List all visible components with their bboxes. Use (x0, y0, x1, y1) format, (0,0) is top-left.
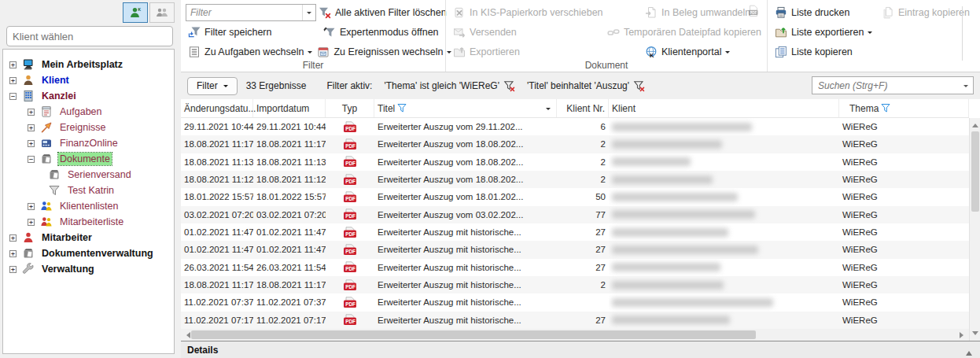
copy-entry-button[interactable]: Eintrag kopieren (879, 5, 972, 20)
pdf-tool-button[interactable]: PDF (746, 5, 761, 19)
copy-temp-path-button[interactable]: Temporären Dateipfad kopieren (605, 24, 764, 40)
cell-klient (609, 312, 839, 329)
tree-item-mein-arbeitsplatz[interactable]: +Mein Arbeitsplatz (3, 57, 174, 72)
print-list-button[interactable]: Liste drucken (772, 5, 852, 20)
expand-icon[interactable]: + (9, 61, 17, 68)
switch-to-tasks-button[interactable]: Zu Aufgaben wechseln (186, 44, 315, 60)
expand-icon[interactable]: + (28, 219, 35, 226)
filter-combobox[interactable]: Filter (186, 4, 316, 21)
column-header-thema[interactable]: Thema (839, 99, 969, 117)
expand-icon[interactable]: + (28, 109, 35, 116)
cell-thema: WiEReG (839, 293, 969, 311)
cell-klient (609, 188, 839, 205)
tree-item-mitarbeiter[interactable]: +Mitarbeiter (3, 230, 174, 245)
search-box[interactable] (812, 76, 974, 94)
cell-titel: Erweiterter Auszug mit historische... (374, 259, 557, 276)
details-panel-header[interactable]: Details (181, 341, 980, 358)
printer-icon (775, 6, 787, 19)
vertical-scroll-thumb[interactable] (971, 131, 979, 212)
table-row[interactable]: 01.02.2021 11:4701.02.2021 11:47PDFErwei… (181, 223, 969, 241)
expand-up-icon[interactable] (966, 348, 972, 356)
expand-icon[interactable]: + (9, 266, 17, 273)
expand-icon[interactable]: + (28, 124, 35, 131)
table-row[interactable]: 11.02.2021 07:3711.02.2021 07:37PDFErwei… (181, 293, 969, 311)
expert-mode-icon (323, 26, 336, 39)
expand-icon[interactable]: + (9, 234, 17, 242)
tree-item-label: Dokumente (58, 153, 112, 165)
collapse-icon[interactable]: − (28, 156, 35, 163)
scroll-left-icon[interactable] (183, 332, 190, 338)
chevron-down-icon[interactable] (546, 108, 551, 113)
column-header-klient-nr[interactable]: Klient Nr. (557, 99, 609, 117)
convert-to-receipt-button[interactable]: In Beleg umwandeln (643, 5, 753, 20)
table-row[interactable]: 29.11.2021 10:4429.11.2021 10:44PDFErwei… (181, 118, 969, 135)
scroll-down-icon[interactable] (972, 331, 978, 338)
scroll-right-icon[interactable] (960, 332, 967, 338)
filter-combobox-dropdown[interactable] (302, 5, 315, 20)
export-list-button[interactable]: Liste exportieren (772, 24, 875, 40)
single-client-mode-button[interactable]: K (123, 2, 148, 23)
vertical-scrollbar[interactable] (969, 118, 980, 341)
expand-icon[interactable]: + (9, 250, 17, 257)
table-row[interactable]: 18.08.2021 11:1718.08.2021 11:17PDFErwei… (181, 276, 969, 293)
cell-thema: WiEReG (839, 153, 969, 171)
column-header-aenderungsdatum[interactable]: Änderungsdatu... (181, 99, 253, 117)
tree-item-ereignisse[interactable]: +Ereignisse (3, 120, 174, 135)
table-row[interactable]: 03.02.2021 07:2003.02.2021 07:20PDFErwei… (181, 206, 969, 223)
table-row[interactable]: 18.08.2021 11:1218.08.2021 11:12PDFErwei… (181, 171, 969, 188)
collapse-icon[interactable]: − (9, 93, 17, 100)
column-label: Klient Nr. (566, 103, 605, 114)
table-row[interactable]: 18.08.2021 11:1718.08.2021 11:17PDFErwei… (181, 135, 969, 153)
expand-icon[interactable]: + (28, 203, 35, 210)
cell-klient-nr: 2 (557, 135, 609, 153)
column-label: Thema (849, 103, 879, 114)
tree-item-aufgaben[interactable]: +Aufgaben (3, 104, 174, 120)
expert-mode-button[interactable]: Expertenmodus öffnen (321, 24, 441, 40)
table-row[interactable]: 01.02.2021 11:4701.02.2021 11:47PDFErwei… (181, 241, 969, 258)
tree-item-klientenlisten[interactable]: +Klientenlisten (3, 198, 174, 214)
tree-item-finanzonline[interactable]: +FinanzOnline (3, 135, 174, 151)
copy-list-button[interactable]: Liste kopieren (772, 44, 855, 60)
tree-item-klient[interactable]: +Klient (3, 72, 174, 88)
switch-to-events-button[interactable]: Zu Ereignissen wechseln (315, 44, 454, 60)
expand-icon[interactable]: + (9, 77, 17, 84)
tree-item-mitarbeiterliste[interactable]: +Mitarbeiterliste (3, 214, 174, 230)
expand-icon[interactable]: + (28, 140, 35, 147)
table-row[interactable]: 18.08.2021 11:1318.08.2021 11:13PDFErwei… (181, 153, 969, 171)
horizontal-scrollbar[interactable] (181, 329, 969, 341)
column-header-klient[interactable]: Klient (609, 99, 839, 117)
column-header-importdatum[interactable]: Importdatum (253, 99, 326, 117)
tree-item-kanzlei[interactable]: −Kanzlei (3, 88, 174, 104)
horizontal-scroll-thumb[interactable] (191, 330, 756, 339)
client-group-mode-button[interactable] (149, 2, 175, 23)
tree-item-test-katrin[interactable]: Test Katrin (3, 183, 174, 198)
remove-filter-icon[interactable] (503, 80, 515, 92)
table-row[interactable]: 26.03.2021 11:5426.03.2021 11:54PDFErwei… (181, 259, 969, 276)
filter-menu-button[interactable]: Filter (187, 77, 238, 95)
search-input[interactable] (812, 80, 963, 91)
column-label: Klient (612, 103, 636, 114)
pdf-icon: PDF (343, 156, 357, 168)
send-button[interactable]: Versenden (451, 24, 519, 40)
cell-thema: WiEReG (839, 135, 969, 153)
tree-item-verwaltung[interactable]: +Verwaltung (3, 261, 174, 277)
table-row[interactable]: 11.02.2021 07:1711.02.2021 07:17PDFErwei… (181, 312, 969, 329)
svg-text:PDF: PDF (345, 249, 356, 254)
client-select-input[interactable] (6, 26, 173, 46)
column-header-titel[interactable]: Titel (374, 99, 557, 117)
column-header-typ[interactable]: Typ (326, 99, 374, 117)
save-filter-button[interactable]: Filter speichern (186, 24, 274, 40)
scroll-up-icon[interactable] (972, 120, 978, 127)
tree-item-dokumente[interactable]: −Dokumente (3, 151, 174, 167)
cell-typ: PDF (326, 118, 374, 135)
clear-all-filters-button[interactable]: Alle aktiven Filter löschen (316, 5, 449, 20)
tree-item-serienversand[interactable]: Serienversand (3, 167, 174, 183)
tree-item-dokumentenverwaltung[interactable]: +Dokumentenverwaltung (3, 245, 174, 261)
export-button[interactable]: Exportieren (451, 44, 522, 60)
copy-temp-path-label: Temporären Dateipfad kopieren (624, 27, 761, 38)
move-to-kis-trash-button[interactable]: In KIS-Papierkorb verschieben (451, 5, 606, 20)
pdf-icon: PDF (343, 209, 357, 220)
remove-filter-icon[interactable] (633, 80, 645, 92)
table-row[interactable]: 18.01.2022 15:5718.01.2022 15:57PDFErwei… (181, 188, 969, 205)
client-portal-button[interactable]: KKlientenportal (643, 44, 732, 60)
